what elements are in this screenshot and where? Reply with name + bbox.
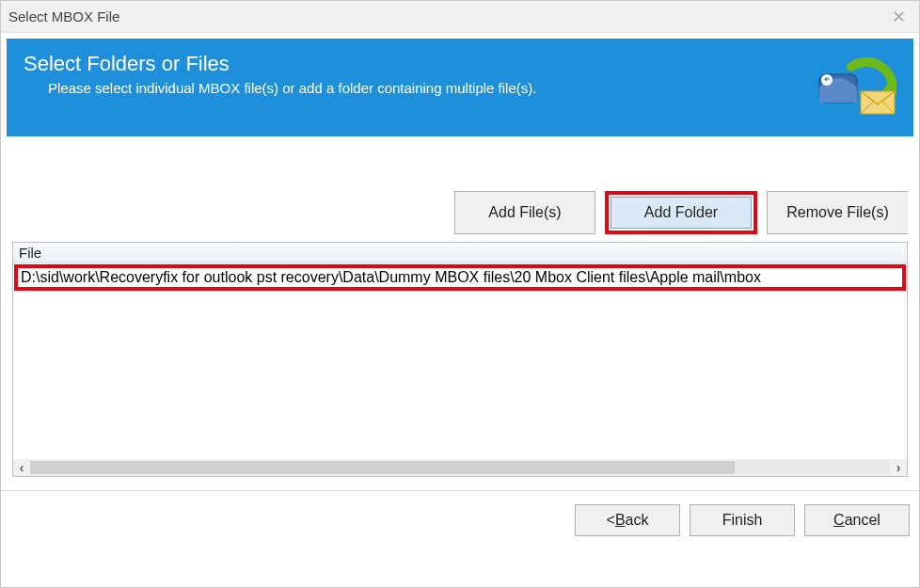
titlebar: Select MBOX File ✕ — [1, 1, 919, 33]
scroll-left-icon[interactable]: ‹ — [13, 459, 30, 476]
header-banner: Select Folders or Files Please select in… — [7, 39, 913, 136]
add-folder-highlight: Add Folder — [605, 191, 757, 234]
footer-button-row: <Back Finish Cancel — [1, 491, 919, 536]
add-files-button[interactable]: Add File(s) — [454, 191, 595, 234]
banner-title: Select Folders or Files — [24, 52, 896, 76]
back-button[interactable]: <Back — [575, 504, 680, 536]
add-folder-button[interactable]: Add Folder — [611, 197, 752, 229]
mailbox-icon — [814, 48, 896, 121]
file-row-highlight: D:\sid\work\Recoveryfix for outlook pst … — [14, 264, 906, 291]
scrollbar-thumb[interactable] — [30, 461, 735, 474]
finish-button[interactable]: Finish — [690, 504, 795, 536]
file-list-header[interactable]: File — [13, 243, 907, 263]
select-mbox-dialog: Select MBOX File ✕ Select Folders or Fil… — [0, 0, 920, 588]
scrollbar-track[interactable] — [30, 461, 890, 474]
horizontal-scrollbar[interactable]: ‹ › — [13, 459, 907, 476]
scroll-right-icon[interactable]: › — [890, 459, 907, 476]
action-button-row: Add File(s) Add Folder Remove File(s) — [7, 191, 913, 234]
file-list[interactable]: File D:\sid\work\Recoveryfix for outlook… — [12, 242, 908, 477]
close-icon[interactable]: ✕ — [886, 8, 912, 25]
back-prefix: < — [607, 512, 615, 528]
window-title: Select MBOX File — [8, 8, 119, 24]
cancel-button[interactable]: Cancel — [804, 504, 910, 536]
list-item[interactable]: D:\sid\work\Recoveryfix for outlook pst … — [21, 269, 899, 286]
banner-subtitle: Please select individual MBOX file(s) or… — [24, 80, 896, 96]
content-area: Add File(s) Add Folder Remove File(s) Fi… — [1, 191, 919, 477]
remove-files-button[interactable]: Remove File(s) — [767, 191, 908, 234]
svg-rect-2 — [825, 78, 827, 81]
